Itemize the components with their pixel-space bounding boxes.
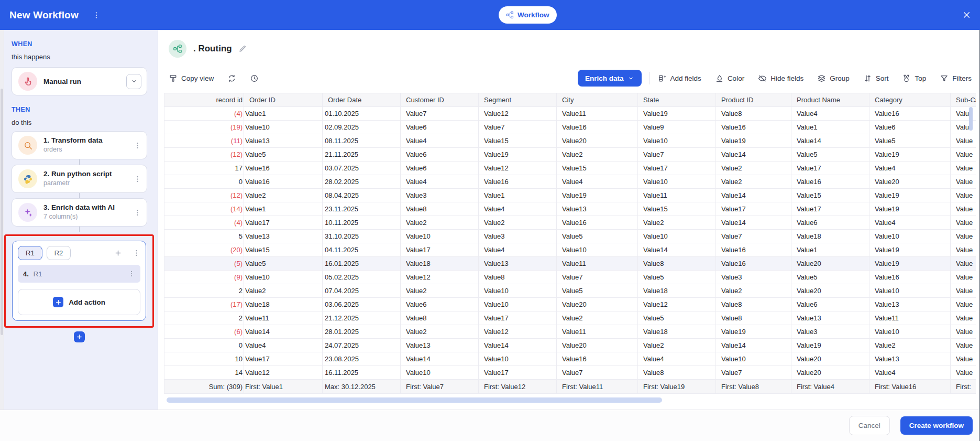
- table-cell[interactable]: Value: [951, 134, 976, 148]
- table-cell[interactable]: Value: [951, 298, 976, 311]
- table-cell[interactable]: Value5: [557, 284, 638, 298]
- table-cell[interactable]: Value20: [557, 298, 638, 311]
- table-cell[interactable]: 16.11.2025: [323, 366, 401, 380]
- table-cell[interactable]: Value10: [244, 121, 323, 134]
- trigger-dropdown-button[interactable]: [126, 74, 141, 89]
- table-cell[interactable]: Value5: [244, 148, 323, 162]
- table-cell[interactable]: 28.01.2025: [323, 325, 401, 339]
- table-cell[interactable]: Value20: [791, 284, 869, 298]
- toolbar-hide-fields-button[interactable]: Hide fields: [758, 74, 803, 83]
- table-cell[interactable]: Value5: [791, 271, 869, 284]
- table-cell[interactable]: Value11: [557, 257, 638, 271]
- table-cell[interactable]: Value19: [716, 134, 791, 148]
- table-cell[interactable]: Value16: [869, 107, 951, 121]
- table-cell[interactable]: Value4: [244, 339, 323, 352]
- table-cell[interactable]: Value16: [716, 121, 791, 134]
- table-cell[interactable]: Value5: [244, 257, 323, 271]
- table-cell[interactable]: Value5: [557, 230, 638, 243]
- title-menu-icon[interactable]: [92, 11, 101, 19]
- table-cell[interactable]: Value11: [869, 311, 951, 325]
- table-cell[interactable]: Value5: [638, 311, 716, 325]
- table-cell[interactable]: Value8: [638, 257, 716, 271]
- table-cell[interactable]: Value4: [479, 202, 557, 216]
- table-cell[interactable]: Value2: [716, 284, 791, 298]
- table-cell[interactable]: 23.11.2025: [323, 202, 401, 216]
- table-cell[interactable]: Value12: [401, 271, 479, 284]
- table-cell[interactable]: Value7: [557, 271, 638, 284]
- table-cell[interactable]: Value12: [638, 298, 716, 311]
- table-cell[interactable]: Value16: [869, 271, 951, 284]
- table-cell[interactable]: Value10: [638, 175, 716, 189]
- table-cell[interactable]: (11): [164, 134, 244, 148]
- add-action-button[interactable]: Add action: [18, 289, 140, 315]
- table-cell[interactable]: Value10: [244, 271, 323, 284]
- table-cell[interactable]: 02.09.2025: [323, 121, 401, 134]
- table-cell[interactable]: Value15: [638, 202, 716, 216]
- enrich-data-button[interactable]: Enrich data: [578, 70, 642, 87]
- table-cell[interactable]: Value2: [479, 216, 557, 230]
- table-cell[interactable]: Value2: [638, 216, 716, 230]
- table-cell[interactable]: Value18: [791, 230, 869, 243]
- table-cell[interactable]: (6): [164, 325, 244, 339]
- table-cell[interactable]: Value4: [479, 243, 557, 257]
- table-cell[interactable]: Value: [951, 325, 976, 339]
- table-cell[interactable]: Value20: [557, 134, 638, 148]
- table-cell[interactable]: Value19: [638, 107, 716, 121]
- table-cell[interactable]: Value10: [716, 352, 791, 366]
- column-header[interactable]: Order ID: [244, 93, 323, 107]
- table-cell[interactable]: (19): [164, 121, 244, 134]
- column-header[interactable]: Sub-Ca: [951, 93, 976, 107]
- add-step-button[interactable]: [74, 331, 85, 342]
- routing-branch-row[interactable]: 4. R1: [18, 265, 140, 283]
- table-cell[interactable]: Value8: [638, 366, 716, 380]
- table-cell[interactable]: Value13: [244, 230, 323, 243]
- table-cell[interactable]: Value15: [479, 134, 557, 148]
- table-cell[interactable]: Value10: [479, 352, 557, 366]
- refresh-icon[interactable]: [227, 74, 236, 83]
- table-cell[interactable]: Value14: [716, 339, 791, 352]
- table-cell[interactable]: 05.02.2025: [323, 271, 401, 284]
- table-cell[interactable]: Value13: [791, 311, 869, 325]
- toolbar-top-button[interactable]: Top: [902, 74, 926, 83]
- create-workflow-button[interactable]: Create workflow: [900, 416, 973, 435]
- table-cell[interactable]: Value16: [716, 257, 791, 271]
- table-cell[interactable]: Value12: [479, 325, 557, 339]
- table-cell[interactable]: Value2: [869, 339, 951, 352]
- table-cell[interactable]: Value10: [869, 284, 951, 298]
- table-cell[interactable]: Value: [951, 257, 976, 271]
- table-cell[interactable]: Value: [951, 175, 976, 189]
- table-cell[interactable]: Value17: [244, 216, 323, 230]
- table-cell[interactable]: Value15: [557, 162, 638, 175]
- table-cell[interactable]: 2: [164, 311, 244, 325]
- table-cell[interactable]: Value3: [716, 271, 791, 284]
- table-cell[interactable]: (17): [164, 298, 244, 311]
- vertical-scrollbar[interactable]: [969, 107, 973, 131]
- step-card[interactable]: 1. Transform dataorders: [12, 131, 147, 159]
- table-cell[interactable]: Value6: [869, 121, 951, 134]
- table-cell[interactable]: (5): [164, 257, 244, 271]
- table-cell[interactable]: Value: [951, 352, 976, 366]
- table-cell[interactable]: Value16: [557, 121, 638, 134]
- table-cell[interactable]: Value6: [791, 216, 869, 230]
- table-cell[interactable]: Value11: [244, 311, 323, 325]
- routing-step-card[interactable]: R1R2 4. R1 Add action: [12, 241, 146, 321]
- table-cell[interactable]: Value2: [401, 284, 479, 298]
- table-cell[interactable]: Value7: [638, 148, 716, 162]
- table-cell[interactable]: Value15: [791, 189, 869, 202]
- history-icon[interactable]: [250, 74, 259, 83]
- table-cell[interactable]: Value8: [716, 298, 791, 311]
- table-cell[interactable]: Value: [951, 162, 976, 175]
- table-cell[interactable]: Value7: [479, 121, 557, 134]
- table-cell[interactable]: Value20: [791, 366, 869, 380]
- table-cell[interactable]: Value10: [401, 230, 479, 243]
- table-cell[interactable]: Value2: [557, 311, 638, 325]
- column-header[interactable]: State: [638, 93, 716, 107]
- table-cell[interactable]: Value10: [638, 230, 716, 243]
- table-cell[interactable]: Value1: [791, 243, 869, 257]
- table-cell[interactable]: Value2: [638, 339, 716, 352]
- table-cell[interactable]: Value18: [638, 284, 716, 298]
- table-cell[interactable]: Value1: [479, 189, 557, 202]
- edit-title-icon[interactable]: [238, 45, 247, 53]
- step-menu-icon[interactable]: [134, 209, 141, 217]
- table-cell[interactable]: Value14: [716, 216, 791, 230]
